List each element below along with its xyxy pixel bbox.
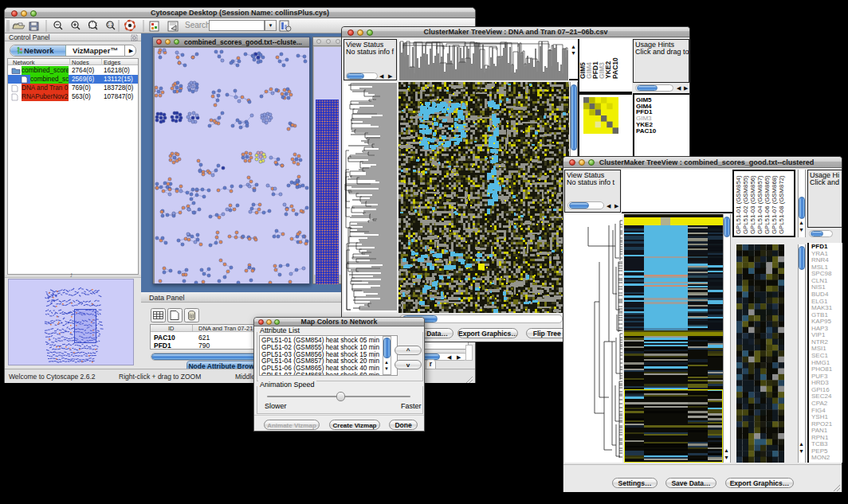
svg-text:1:1: 1:1 bbox=[108, 23, 113, 27]
svg-text:GPL51-04 (GSM857): GPL51-04 (GSM857) bbox=[756, 175, 764, 234]
svg-text:GPL51-03 (GSM856): GPL51-03 (GSM856) bbox=[749, 175, 756, 234]
svg-text:GPL51-07 (GSM868): GPL51-07 (GSM868) bbox=[771, 175, 778, 234]
svg-text:PAC10: PAC10 bbox=[611, 57, 619, 79]
svg-text:GPL51-01 (GSM854): GPL51-01 (GSM854) bbox=[735, 175, 742, 234]
svg-text:GPL51-08 (GSM872): GPL51-08 (GSM872) bbox=[778, 175, 785, 234]
svg-text:GPL51-06 (GSM865): GPL51-06 (GSM865) bbox=[764, 175, 771, 234]
svg-text:GPL51-02 (GSM855): GPL51-02 (GSM855) bbox=[742, 175, 749, 234]
